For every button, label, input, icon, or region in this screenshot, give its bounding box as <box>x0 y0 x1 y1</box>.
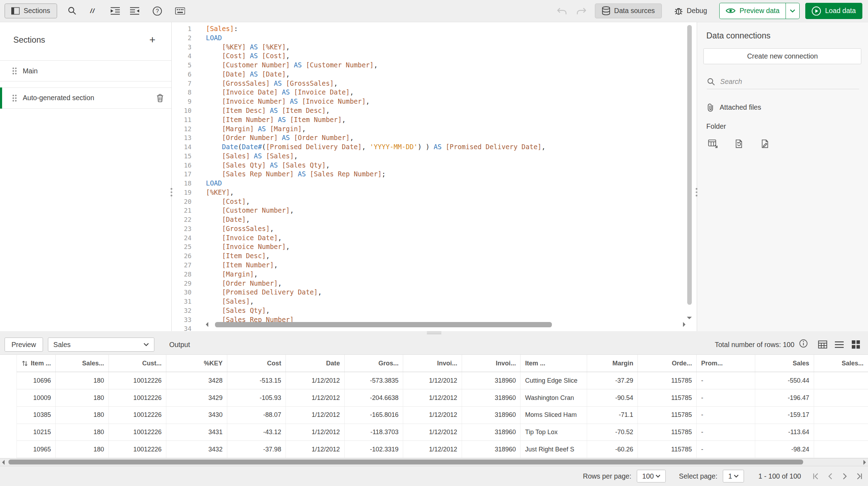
table-cell[interactable] <box>814 389 868 407</box>
connections-search-input[interactable] <box>720 78 831 86</box>
table-cell[interactable]: -550.44 <box>755 372 814 389</box>
load-data-button[interactable]: Load data <box>805 3 863 19</box>
table-cell[interactable] <box>814 372 868 389</box>
sections-toggle-button[interactable]: Sections <box>5 4 57 18</box>
right-splitter-handle[interactable] <box>694 184 699 201</box>
table-cell[interactable]: -90.54 <box>587 389 638 407</box>
create-connection-button[interactable]: Create new connection <box>703 48 861 65</box>
select-data-button[interactable] <box>706 138 720 150</box>
table-cell[interactable]: 318960 <box>462 441 521 458</box>
code-line[interactable]: 26 [Item Desc], <box>172 251 697 261</box>
table-cell[interactable]: 10696 <box>17 372 56 389</box>
table-cell[interactable]: Tip Top Lox <box>521 424 587 441</box>
table-cell[interactable]: 1/12/2012 <box>403 372 462 389</box>
table-cell[interactable]: 10965 <box>17 441 56 458</box>
add-section-button[interactable]: + <box>146 33 159 47</box>
table-cell[interactable]: -102.3319 <box>344 441 403 458</box>
table-cell[interactable]: 318960 <box>462 389 521 407</box>
table-cell[interactable]: 1/12/2012 <box>403 424 462 441</box>
table-cell[interactable]: 10012226 <box>109 406 166 424</box>
grid-view-button[interactable] <box>849 338 863 351</box>
preview-data-button[interactable]: Preview data <box>720 3 786 19</box>
outdent-button[interactable] <box>125 3 144 19</box>
script-editor[interactable]: 1[Sales]:2LOAD3 [%KEY] AS [%KEY],4 [Cost… <box>172 22 697 332</box>
vertical-scrollbar-thumb[interactable] <box>687 25 692 305</box>
table-cell[interactable]: 115785 <box>638 389 697 407</box>
section-item[interactable]: Auto-generated section <box>0 87 171 109</box>
code-line[interactable]: 24 [Invoice Date], <box>172 233 697 243</box>
table-cell[interactable]: Cutting Edge Slice <box>521 372 587 389</box>
table-cell[interactable]: 1/12/2012 <box>403 389 462 407</box>
code-line[interactable]: 31 [Sales], <box>172 297 697 306</box>
table-cell[interactable]: 115785 <box>638 372 697 389</box>
table-cell[interactable]: 318960 <box>462 424 521 441</box>
code-line[interactable]: 2LOAD <box>172 34 697 43</box>
code-line[interactable]: 3 [%KEY] AS [%KEY], <box>172 43 697 52</box>
redo-button[interactable] <box>572 3 590 19</box>
indent-button[interactable] <box>106 3 124 19</box>
table-cell[interactable]: 180 <box>56 389 109 407</box>
connections-search[interactable] <box>707 78 859 89</box>
table-cell[interactable]: -573.3835 <box>344 372 403 389</box>
scroll-right-arrow[interactable] <box>683 322 685 327</box>
search-button[interactable] <box>63 3 81 19</box>
table-cell[interactable]: 10012226 <box>109 441 166 458</box>
code-line[interactable]: 8 [Invoice Date] AS [Invoice Date], <box>172 88 697 97</box>
code-line[interactable]: 7 [GrossSales] AS [GrossSales], <box>172 79 697 88</box>
table-cell[interactable]: -165.8016 <box>344 406 403 424</box>
code-line[interactable]: 11 [Item Number] AS [Item Number], <box>172 115 697 124</box>
table-cell[interactable]: -88.07 <box>227 406 286 424</box>
code-line[interactable]: 29 [Order Number], <box>172 279 697 288</box>
table-cell[interactable]: 180 <box>56 424 109 441</box>
table-cell[interactable]: -98.24 <box>755 441 814 458</box>
table-cell[interactable]: 1/12/2012 <box>403 441 462 458</box>
table-cell[interactable] <box>814 406 868 424</box>
table-cell[interactable]: -70.52 <box>587 424 638 441</box>
table-cell[interactable]: 10215 <box>17 424 56 441</box>
table-cell[interactable]: -105.93 <box>227 389 286 407</box>
list-view-button[interactable] <box>833 338 846 351</box>
code-line[interactable]: 13 [Order Number] AS [Order Number], <box>172 133 697 142</box>
code-line[interactable]: 30 [Promised Delivery Date], <box>172 288 697 297</box>
code-line[interactable]: 23 [GrossSales], <box>172 224 697 233</box>
table-cell[interactable]: 10012226 <box>109 424 166 441</box>
table-cell[interactable]: -513.15 <box>227 372 286 389</box>
table-cell[interactable]: 10012226 <box>109 389 166 407</box>
scroll-right-arrow[interactable] <box>863 460 866 465</box>
edit-file-button[interactable] <box>758 138 772 150</box>
code-line[interactable]: 18LOAD <box>172 179 697 188</box>
code-line[interactable]: 28 [Margin], <box>172 270 697 279</box>
code-line[interactable]: 4 [Cost] AS [Cost], <box>172 51 697 61</box>
table-cell[interactable]: -43.12 <box>227 424 286 441</box>
table-cell[interactable]: 10012226 <box>109 372 166 389</box>
output-tab-button[interactable]: Output <box>166 338 193 351</box>
table-cell[interactable]: 3428 <box>166 372 227 389</box>
table-cell[interactable]: 10009 <box>17 389 56 407</box>
table-cell[interactable]: Just Right Beef S <box>521 441 587 458</box>
column-header-1[interactable]: Item ... <box>17 355 56 372</box>
column-header-4[interactable]: %KEY <box>166 355 227 372</box>
table-cell[interactable]: 115785 <box>638 406 697 424</box>
column-header-2[interactable]: Sales... <box>56 355 109 372</box>
table-view-button[interactable] <box>816 338 829 351</box>
info-icon[interactable] <box>799 339 808 350</box>
table-cell[interactable]: 1/12/2012 <box>286 372 345 389</box>
code-area[interactable]: 1[Sales]:2LOAD3 [%KEY] AS [%KEY],4 [Cost… <box>172 24 697 331</box>
data-sources-button[interactable]: Data sources <box>595 4 662 18</box>
table-cell[interactable]: -196.47 <box>755 389 814 407</box>
table-cell[interactable]: 180 <box>56 372 109 389</box>
table-cell[interactable]: -37.29 <box>587 372 638 389</box>
table-cell[interactable]: 180 <box>56 406 109 424</box>
column-header-13[interactable]: Prom... <box>696 355 755 372</box>
table-cell[interactable]: 1/12/2012 <box>286 441 345 458</box>
table-cell[interactable]: 3431 <box>166 424 227 441</box>
code-line[interactable]: 20 [Cost], <box>172 197 697 206</box>
column-header-10[interactable]: Item ... <box>521 355 587 372</box>
code-line[interactable]: 19[%KEY], <box>172 188 697 197</box>
code-line[interactable]: 5 [Customer Number] AS [Customer Number]… <box>172 61 697 70</box>
horizontal-scrollbar-track[interactable] <box>212 322 680 327</box>
table-cell[interactable] <box>814 424 868 441</box>
scroll-down-arrow[interactable] <box>687 317 692 319</box>
table-cell[interactable]: -60.26 <box>587 441 638 458</box>
undo-button[interactable] <box>553 3 572 19</box>
